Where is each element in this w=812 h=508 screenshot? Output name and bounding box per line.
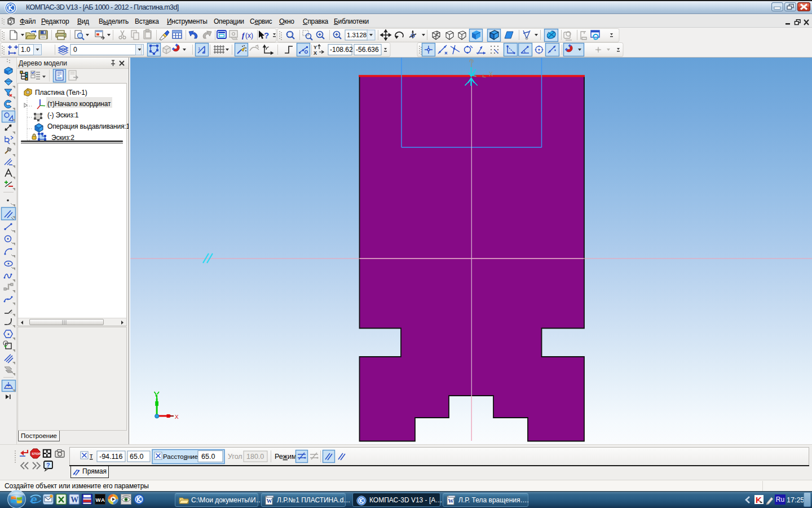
svg-text:-56.636: -56.636 [356,46,379,54]
svg-text:0: 0 [73,46,77,54]
svg-text:W: W [448,498,453,504]
svg-text:Расстояние: Расстояние [163,453,198,460]
svg-text:X: X [489,71,493,77]
svg-text:(x): (x) [245,32,253,40]
svg-text:1: 1 [198,46,201,51]
svg-text:-94.116: -94.116 [99,453,123,461]
svg-text:W: W [70,496,78,504]
svg-text:Y: Y [314,45,317,50]
svg-text:W: W [266,498,272,504]
svg-text:A: A [101,497,105,503]
svg-text:65.0: 65.0 [201,453,215,461]
svg-text:W: W [96,497,101,503]
svg-text:X: X [314,50,317,56]
svg-text:180.0: 180.0 [246,453,264,461]
svg-text:т: т [90,452,93,460]
svg-text:Угол: Угол [228,453,242,461]
svg-text:X: X [175,414,179,421]
svg-text:65.0: 65.0 [130,453,143,461]
svg-text:?: ? [264,30,269,40]
svg-text:Режим: Режим [275,453,297,461]
svg-text:-108.62: -108.62 [330,46,353,54]
svg-text:1.0: 1.0 [21,46,30,54]
svg-text:1.3128: 1.3128 [347,32,367,38]
